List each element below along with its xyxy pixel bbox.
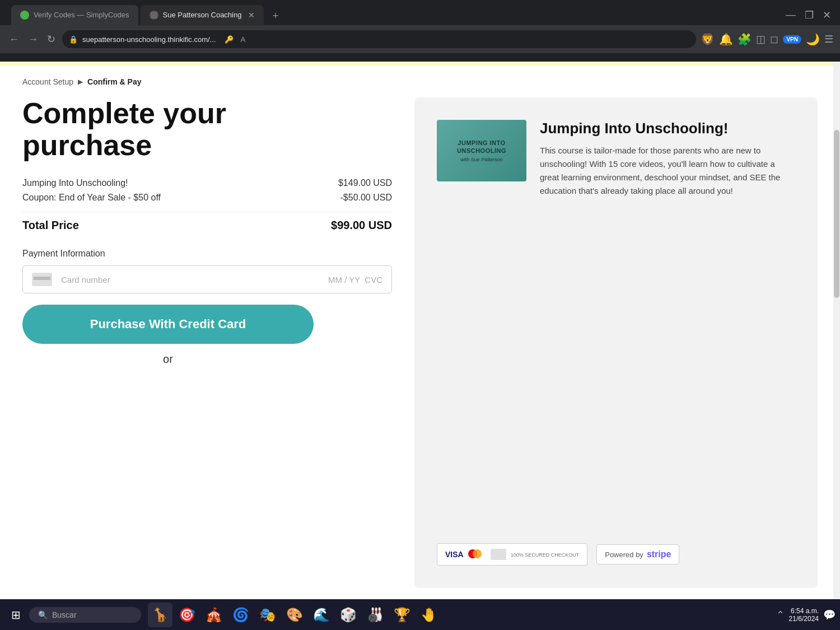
breadcrumb-parent[interactable]: Account Setup — [22, 77, 73, 86]
nav-icons: 🦁 🔔 🧩 ◫ ◻ VPN 🌙 ☰ — [701, 32, 833, 46]
taskbar-app-7[interactable]: 🌊 — [309, 603, 334, 627]
course-title: Jumping Into Unschooling! — [540, 120, 795, 137]
stripe-badge: Powered by stripe — [596, 544, 679, 564]
taskbar-app-2[interactable]: 🎯 — [175, 603, 199, 627]
right-column: Jumping Into Unschooling with Sue Patter… — [414, 97, 818, 588]
page-content: Account Setup ▶ Confirm & Pay Complete y… — [0, 66, 840, 599]
address-bar[interactable]: 🔒 suepatterson-unschooling.thinkific.com… — [62, 30, 696, 48]
total-label: Total Price — [22, 219, 79, 232]
svg-point-0 — [21, 12, 28, 18]
forward-button[interactable]: → — [26, 31, 40, 48]
search-icon: 🔍 — [38, 610, 48, 619]
thumbnail-title: Jumping Into Unschooling — [441, 139, 522, 155]
theme-icon[interactable]: 🌙 — [806, 32, 820, 46]
sidebar-toggle-icon[interactable]: ◫ — [756, 33, 766, 45]
scrollbar[interactable] — [833, 62, 840, 599]
coupon-row: Coupon: End of Year Sale - $50 off -$50.… — [22, 193, 392, 203]
tab-close-button[interactable]: ✕ — [248, 11, 255, 20]
coupon-label: Coupon: End of Year Sale - $50 off — [22, 193, 161, 203]
payment-label: Payment Information — [22, 249, 392, 259]
password-icon: 🔑 — [225, 35, 234, 44]
taskbar-app-11[interactable]: 🤚 — [417, 603, 441, 627]
notification-center-icon[interactable]: 💬 — [823, 609, 836, 621]
taskbar-app-5[interactable]: 🎭 — [255, 603, 280, 627]
extensions-icon[interactable]: 🧩 — [738, 32, 752, 46]
total-price-value: $99.00 USD — [331, 219, 392, 232]
tab-bar: Verify Codes — SimplyCodes Sue Patterson… — [0, 0, 840, 25]
date-display: 21/6/2024 — [789, 615, 819, 623]
card-input-row[interactable]: Card number MM / YY CVC — [22, 265, 392, 293]
address-text: suepatterson-unschooling.thinkific.com/.… — [82, 35, 216, 44]
time-display: 6:54 a.m. — [789, 607, 819, 615]
nav-bar: ← → ↻ 🔒 suepatterson-unschooling.thinkif… — [0, 25, 840, 53]
breadcrumb: Account Setup ▶ Confirm & Pay — [22, 77, 818, 86]
course-description: This course is tailor-made for those par… — [540, 144, 795, 198]
svg-rect-3 — [34, 277, 50, 280]
taskbar-app-6[interactable]: 🎨 — [282, 603, 307, 627]
course-name-label: Jumping Into Unschooling! — [22, 178, 128, 188]
wallet-icon[interactable]: ◻ — [770, 33, 778, 45]
course-price-value: $149.00 USD — [338, 178, 392, 188]
vpn-badge[interactable]: VPN — [783, 35, 801, 44]
coupon-discount-value: -$50.00 USD — [340, 193, 393, 203]
taskbar-app-9[interactable]: 🎳 — [363, 603, 388, 627]
window-maximize-button[interactable]: ❐ — [805, 9, 814, 21]
taskbar-app-10[interactable]: 🏆 — [390, 603, 414, 627]
card-type-icon — [32, 273, 52, 286]
taskbar-right: ⌃ 6:54 a.m. 21/6/2024 💬 — [776, 607, 836, 623]
start-button[interactable]: ⊞ — [4, 604, 27, 626]
generic-card-icon — [491, 549, 506, 560]
scrollbar-thumb[interactable] — [834, 130, 839, 298]
secured-label: 100% SECURED CHECKOUT — [511, 552, 580, 558]
tab-favicon-sue — [150, 11, 158, 20]
tab-favicon-simplycodes — [20, 11, 29, 20]
breadcrumb-current: Confirm & Pay — [87, 77, 141, 86]
breadcrumb-separator: ▶ — [78, 78, 83, 86]
browser-chrome: Verify Codes — SimplyCodes Sue Patterson… — [0, 0, 840, 62]
tab-inactive-title: Verify Codes — SimplyCodes — [34, 11, 129, 19]
course-card: Jumping Into Unschooling with Sue Patter… — [437, 120, 795, 198]
main-layout: Complete your purchase Jumping Into Unsc… — [22, 97, 818, 588]
system-tray-icon: ⌃ — [776, 609, 785, 621]
payment-section: Payment Information Card number MM / YY … — [22, 249, 392, 366]
taskbar-app-4[interactable]: 🌀 — [228, 603, 253, 627]
stripe-logo: stripe — [647, 549, 671, 559]
visa-badge: VISA 100% SECURED CHECKOUT — [437, 543, 587, 566]
notification-icon[interactable]: 🔔 — [719, 32, 733, 46]
thumbnail-subtitle: with Sue Patterson — [460, 157, 503, 162]
page-title: Complete your purchase — [22, 97, 392, 161]
tab-active[interactable]: Sue Patterson Coaching ✕ — [141, 5, 264, 25]
refresh-button[interactable]: ↻ — [45, 31, 58, 48]
taskbar: ⊞ 🔍 Buscar 🦒 🎯 🎪 🌀 🎭 🎨 🌊 🎲 🎳 🏆 🤚 ⌃ 6:54 … — [0, 599, 840, 630]
payment-badges: VISA 100% SECURED CHECKOUT Powered by st… — [437, 543, 795, 566]
window-close-button[interactable]: ✕ — [823, 9, 831, 21]
brave-shield-icon[interactable]: 🦁 — [701, 32, 715, 46]
lock-icon: 🔒 — [69, 35, 78, 44]
or-divider: or — [22, 353, 314, 366]
translate-icon: A — [240, 35, 245, 44]
menu-icon[interactable]: ☰ — [824, 33, 833, 45]
taskbar-app-3[interactable]: 🎪 — [202, 603, 226, 627]
taskbar-search[interactable]: 🔍 Buscar — [29, 607, 141, 623]
window-minimize-button[interactable]: — — [786, 9, 796, 21]
search-label: Buscar — [52, 610, 77, 619]
back-button[interactable]: ← — [7, 31, 21, 48]
purchase-credit-card-button[interactable]: Purchase With Credit Card — [22, 305, 314, 344]
course-info: Jumping Into Unschooling! This course is… — [540, 120, 795, 198]
tab-inactive[interactable]: Verify Codes — SimplyCodes — [11, 5, 138, 25]
visa-label: VISA — [445, 550, 464, 559]
course-price-row: Jumping Into Unschooling! $149.00 USD — [22, 178, 392, 188]
course-thumbnail: Jumping Into Unschooling with Sue Patter… — [437, 120, 526, 181]
mastercard-right-circle — [473, 549, 482, 558]
card-date-cvc[interactable]: MM / YY CVC — [328, 275, 382, 284]
left-column: Complete your purchase Jumping Into Unsc… — [22, 97, 392, 588]
taskbar-apps: 🦒 🎯 🎪 🌀 🎭 🎨 🌊 🎲 🎳 🏆 🤚 — [148, 603, 774, 627]
taskbar-app-1[interactable]: 🦒 — [148, 603, 172, 627]
svg-rect-1 — [151, 12, 157, 18]
card-number-input[interactable]: Card number — [61, 275, 110, 284]
new-tab-button[interactable]: ＋ — [266, 6, 285, 24]
taskbar-time: 6:54 a.m. 21/6/2024 — [789, 607, 819, 623]
taskbar-app-8[interactable]: 🎲 — [336, 603, 361, 627]
tab-active-title: Sue Patterson Coaching — [163, 11, 242, 19]
price-table: Jumping Into Unschooling! $149.00 USD Co… — [22, 178, 392, 232]
